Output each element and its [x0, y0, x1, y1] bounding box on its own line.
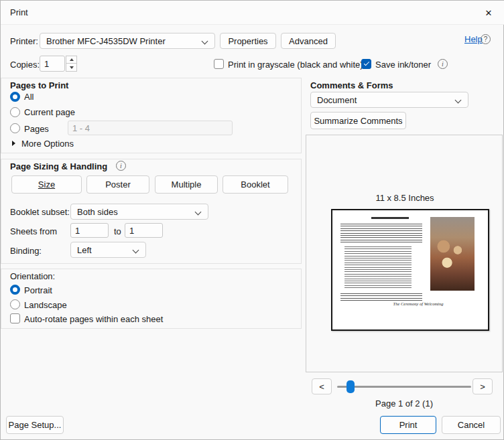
titlebar: Print ✕ — [1, 1, 504, 25]
sheets-from-label: Sheets from — [10, 226, 57, 236]
comments-forms-select[interactable]: Document — [310, 92, 468, 108]
booklet-subset-label: Booklet subset: — [10, 207, 70, 217]
size-button-label: Size — [38, 179, 55, 190]
comments-forms-value: Document — [317, 95, 357, 105]
page-image — [430, 217, 475, 291]
multiple-button[interactable]: Multiple — [155, 175, 218, 194]
autorotate-label: Auto-rotate pages within each sheet — [24, 314, 163, 324]
page-text-lines — [340, 224, 422, 242]
preview-page: The Ceremony of Welcoming — [331, 209, 489, 331]
copies-label: Copies: — [10, 60, 40, 70]
arrow-up-icon — [70, 58, 74, 61]
info-icon[interactable]: i — [438, 59, 448, 69]
page-caption: The Ceremony of Welcoming — [371, 301, 465, 306]
radio-all-label[interactable]: All — [24, 92, 34, 102]
print-button[interactable]: Print — [380, 416, 436, 434]
radio-all[interactable] — [10, 92, 20, 102]
radio-pages[interactable] — [10, 123, 20, 133]
more-options-toggle[interactable]: More Options — [21, 139, 74, 149]
advanced-button[interactable]: Advanced — [281, 33, 336, 49]
more-options-arrow-icon — [12, 141, 15, 146]
page-text-lines — [344, 246, 412, 289]
cancel-button[interactable]: Cancel — [442, 416, 501, 434]
sheets-from-input[interactable] — [70, 223, 109, 238]
help-icon[interactable]: ? — [481, 34, 491, 44]
prev-page-button[interactable]: < — [312, 378, 332, 394]
radio-current-page[interactable] — [10, 107, 20, 117]
grayscale-checkbox[interactable] — [214, 59, 224, 69]
copies-input[interactable] — [40, 56, 65, 72]
binding-select[interactable]: Left — [70, 242, 146, 258]
radio-landscape-label[interactable]: Landscape — [24, 300, 67, 310]
print-preview-panel: 11 x 8.5 Inches The Ceremony of Welcomin… — [306, 135, 503, 372]
pages-to-print-title: Pages to Print — [10, 80, 68, 90]
binding-value: Left — [77, 245, 92, 255]
autorotate-checkbox[interactable] — [10, 313, 20, 323]
stepper-down-button[interactable] — [66, 64, 77, 72]
comments-forms-title: Comments & Forms — [310, 80, 393, 90]
booklet-subset-value: Both sides — [77, 207, 118, 217]
page-indicator: Page 1 of 2 (1) — [306, 398, 503, 409]
preview-size-label: 11 x 8.5 Inches — [306, 193, 503, 203]
radio-landscape[interactable] — [10, 299, 20, 309]
chevron-down-icon — [195, 209, 202, 216]
close-icon[interactable]: ✕ — [473, 1, 504, 24]
page-setup-button[interactable]: Page Setup... — [6, 416, 64, 434]
chevron-down-icon — [455, 97, 462, 104]
help-link[interactable]: Help — [464, 34, 483, 44]
properties-button[interactable]: Properties — [220, 33, 276, 49]
dialog-title: Print — [10, 7, 28, 17]
chevron-down-icon — [133, 247, 139, 254]
radio-current-page-label[interactable]: Current page — [24, 107, 75, 117]
size-button[interactable]: Size — [11, 175, 82, 194]
printer-select-value: Brother MFC-J4535DW Printer — [46, 36, 166, 46]
page-slider-track[interactable] — [337, 386, 471, 388]
page-slider-handle[interactable] — [346, 380, 355, 393]
save-ink-checkbox[interactable] — [361, 59, 371, 69]
summarize-comments-button[interactable]: Summarize Comments — [310, 112, 406, 129]
binding-label: Binding: — [10, 246, 42, 256]
poster-button[interactable]: Poster — [86, 175, 149, 194]
check-icon — [364, 60, 369, 66]
copies-stepper — [66, 56, 77, 72]
radio-pages-label[interactable]: Pages — [24, 124, 49, 134]
arrow-down-icon — [70, 66, 74, 69]
page-sizing-title: Page Sizing & Handling — [10, 161, 107, 171]
info-icon[interactable]: i — [116, 161, 126, 171]
booklet-subset-select[interactable]: Both sides — [70, 204, 208, 220]
chevron-down-icon — [202, 38, 208, 45]
print-dialog: Print ✕ Printer: Brother MFC-J4535DW Pri… — [0, 0, 504, 440]
stepper-up-button[interactable] — [66, 56, 77, 64]
pages-range-input[interactable] — [68, 121, 233, 135]
page-heading-line — [371, 217, 409, 219]
sheets-to-input[interactable] — [125, 223, 163, 238]
save-ink-label: Save ink/toner — [375, 60, 431, 70]
printer-select[interactable]: Brother MFC-J4535DW Printer — [40, 33, 215, 49]
booklet-button[interactable]: Booklet — [223, 175, 288, 194]
printer-label: Printer: — [10, 36, 38, 46]
sheets-to-label: to — [114, 226, 121, 236]
radio-portrait-label[interactable]: Portrait — [24, 285, 52, 295]
orientation-title: Orientation: — [10, 271, 55, 281]
next-page-button[interactable]: > — [472, 378, 493, 394]
grayscale-label: Print in grayscale (black and white) — [228, 60, 363, 70]
radio-portrait[interactable] — [10, 285, 20, 295]
